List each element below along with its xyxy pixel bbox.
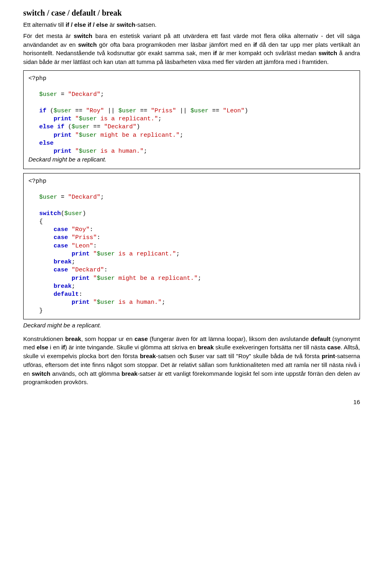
- code-keyword-print: print: [54, 116, 72, 122]
- text: (fungerar även för att lämna loopar), li…: [148, 335, 311, 342]
- code-var: $user: [190, 108, 208, 114]
- php-open: <?php: [28, 178, 46, 185]
- code-brace: }: [39, 307, 43, 314]
- code-string: "Priss": [72, 234, 97, 241]
- bold: if: [253, 41, 257, 48]
- code-semi: ;: [72, 259, 75, 265]
- bold: break: [122, 370, 138, 377]
- text: Ett alternativ till: [23, 21, 66, 28]
- code-string: might be a replicant.": [115, 275, 198, 282]
- text: , som hoppar ur en: [81, 335, 134, 342]
- code-semi: ;: [158, 116, 162, 122]
- text: För det mesta är: [23, 32, 74, 39]
- sp: [90, 251, 93, 257]
- code-var: $user: [97, 251, 115, 257]
- code-string: is a replicant.": [115, 251, 176, 257]
- code-string: is a human.": [97, 148, 144, 155]
- bold: switch: [116, 21, 135, 28]
- text: -satsen.: [135, 21, 156, 28]
- code-string: ": [75, 116, 79, 122]
- code-paren: (: [61, 210, 64, 217]
- code-semi: ;: [100, 91, 104, 98]
- text: -satsen och $user var satt till "Roy" sk…: [156, 353, 322, 359]
- code-var: $user: [54, 108, 72, 114]
- code-string: "Roy": [86, 108, 104, 114]
- code-op: =: [57, 194, 68, 201]
- bold: default: [311, 335, 330, 342]
- code-keyword-else: else: [39, 140, 54, 147]
- code-block-if: <?php $user = "Deckard"; if ($user == "R…: [23, 70, 360, 169]
- text: används, och att glömma: [50, 370, 122, 377]
- code-var: $user: [97, 299, 115, 306]
- code-string: is a replicant.": [97, 116, 158, 122]
- code-keyword-elseif: else if: [39, 124, 64, 130]
- code-var: $user: [97, 275, 115, 282]
- body-paragraph-1: För det mesta är switch bara en estetisk…: [23, 32, 360, 66]
- sp: [72, 116, 75, 122]
- code-semi: ;: [176, 251, 180, 257]
- section-heading: switch / case / default / break: [23, 7, 360, 19]
- text: är mer kompakt och svårläst medan: [217, 50, 318, 56]
- intro-paragraph: Ett alternativ till if / else if / else …: [23, 20, 360, 29]
- sp: [90, 299, 93, 306]
- sp: [72, 132, 75, 139]
- bold: case: [327, 344, 340, 351]
- code-colon: :: [104, 267, 108, 273]
- code-op-or: ||: [104, 108, 118, 114]
- code-semi: ;: [144, 148, 147, 155]
- sp: [68, 267, 72, 273]
- bold: switch: [318, 50, 337, 56]
- sp: [68, 226, 72, 233]
- code-keyword-case: case: [54, 234, 68, 241]
- code-semi: ;: [100, 194, 104, 201]
- code-op: =: [57, 91, 68, 98]
- code-colon: :: [93, 243, 97, 249]
- text: skulle exekveringen fortsätta ner till n…: [214, 344, 327, 351]
- code-var: $user: [79, 116, 97, 122]
- bold: break: [65, 335, 81, 342]
- code-paren: ): [244, 108, 248, 114]
- bold: if / else if / else: [66, 21, 108, 28]
- bold: switch: [32, 370, 50, 377]
- code-string: "Deckard": [104, 124, 136, 130]
- code-output-2: Deckard might be a replicant.: [23, 321, 360, 330]
- bold: print: [322, 353, 335, 359]
- code-op-or: ||: [176, 108, 190, 114]
- code-op: ==: [90, 124, 104, 130]
- code-keyword-print: print: [72, 299, 90, 306]
- bold: if: [213, 50, 217, 56]
- code-string: "Deckard": [68, 91, 100, 98]
- sp: [72, 148, 75, 155]
- code-var: $user: [64, 210, 82, 217]
- sp: [68, 234, 72, 241]
- code-string: is a human.": [115, 299, 162, 306]
- code-var: $user: [79, 148, 97, 155]
- code-string: might be a replicant.": [97, 132, 180, 139]
- code-string: "Priss": [151, 108, 176, 114]
- sp: [68, 243, 72, 249]
- code-keyword-print: print: [54, 148, 72, 155]
- code-colon: :: [90, 226, 93, 233]
- code-keyword-print: print: [72, 251, 90, 257]
- code-keyword-print: print: [72, 275, 90, 282]
- php-open: <?php: [28, 75, 46, 82]
- bold: if: [61, 344, 65, 351]
- code-keyword-default: default: [54, 291, 79, 298]
- code-keyword-case: case: [54, 243, 68, 249]
- body-paragraph-2: Konstruktionen break, som hoppar ur en c…: [23, 335, 360, 387]
- bold: switch: [74, 32, 92, 39]
- code-paren: ): [82, 210, 86, 217]
- code-string: ": [75, 132, 79, 139]
- code-semi: ;: [180, 132, 183, 139]
- code-string: "Roy": [72, 226, 90, 233]
- bold: break: [198, 344, 214, 351]
- code-colon: :: [79, 291, 82, 298]
- code-string: "Deckard": [68, 194, 100, 201]
- text: gör ofta bara programkoden mer läsbar jä…: [97, 41, 253, 48]
- code-keyword-print: print: [54, 132, 72, 139]
- code-string: ": [93, 275, 97, 282]
- text: ) är inte tvingande. Skulle vi glömma at…: [65, 344, 198, 351]
- code-var: $user: [39, 194, 57, 201]
- bold: case: [134, 335, 148, 342]
- code-string: ": [93, 251, 97, 257]
